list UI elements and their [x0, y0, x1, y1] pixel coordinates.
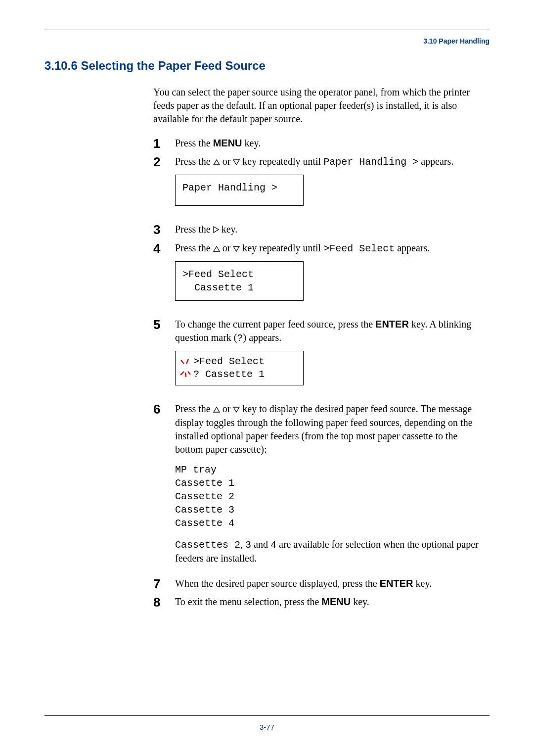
text: key repeatedly until [240, 242, 323, 253]
lcd-display-blinking: >Feed Select ? Cassette 1 [175, 351, 304, 385]
menu-key-label: MENU [213, 138, 242, 148]
lcd-line-2: ? Cassette 1 [193, 368, 265, 381]
text: ) appears. [243, 332, 282, 343]
triangle-down-icon [233, 155, 240, 169]
triangle-up-icon [213, 242, 220, 255]
svg-marker-3 [214, 246, 220, 251]
text: appears. [418, 156, 453, 167]
step-6: 6 Press the or key to display the desire… [153, 402, 485, 572]
svg-marker-2 [214, 227, 219, 233]
text: key. [413, 578, 432, 589]
step-8: 8 To exit the menu selection, press the … [153, 595, 485, 609]
step-number: 2 [153, 155, 175, 168]
svg-marker-4 [233, 246, 239, 251]
lcd-display: Paper Handling > [175, 175, 304, 206]
step-3: 3 Press the key. [153, 223, 485, 236]
triangle-up-icon [213, 403, 220, 416]
step-body: Press the or key to display the desired … [175, 402, 485, 572]
text: Press the [175, 242, 213, 253]
svg-line-7 [180, 372, 184, 375]
step-number: 4 [153, 241, 175, 255]
step-body: To exit the menu selection, press the ME… [175, 595, 485, 609]
display-text: Paper Handling > [323, 156, 418, 168]
svg-marker-11 [233, 407, 239, 412]
text: key repeatedly until [240, 156, 323, 167]
text: key. [219, 224, 238, 235]
header-section-ref: 3.10 Paper Handling [44, 37, 490, 45]
text: or [220, 156, 233, 167]
text: and [251, 539, 270, 550]
svg-line-5 [181, 360, 184, 364]
step-body: To change the current paper feed source,… [175, 318, 485, 397]
feed-source-list: MP tray Cassette 1 Cassette 2 Cassette 3… [175, 463, 485, 530]
text: Press the [175, 156, 213, 167]
step-body: When the desired paper source displayed,… [175, 577, 485, 590]
step-5: 5 To change the current paper feed sourc… [153, 318, 485, 397]
cassette-note-code: Cassettes 2 [175, 539, 240, 551]
intro-paragraph: You can select the paper source using th… [153, 86, 485, 126]
step-number: 5 [153, 318, 175, 331]
step-body: Press the or key repeatedly until >Feed … [175, 241, 485, 313]
step-number: 6 [153, 402, 175, 416]
svg-line-8 [185, 373, 186, 377]
text: , [240, 539, 245, 550]
text: Press the [175, 403, 213, 414]
svg-line-9 [188, 372, 190, 375]
blink-indicator-icon [178, 356, 192, 379]
text: To change the current paper feed source,… [175, 319, 375, 330]
text: When the desired paper source displayed,… [175, 578, 380, 589]
text: Press the [175, 224, 213, 235]
svg-marker-0 [214, 160, 220, 165]
text: To exit the menu selection, press the [175, 596, 321, 607]
step-number: 8 [153, 595, 175, 609]
bottom-rule [44, 715, 490, 716]
text: or [220, 242, 233, 253]
step-2: 2 Press the or key repeatedly until Pape… [153, 155, 485, 218]
text: appears. [395, 242, 430, 253]
text: or [220, 403, 233, 414]
cassette-note-code: 3 [245, 539, 251, 551]
svg-line-6 [186, 359, 188, 364]
enter-key-label: ENTER [375, 319, 409, 330]
display-text: >Feed Select [323, 243, 395, 254]
triangle-down-icon [233, 403, 240, 416]
svg-marker-10 [214, 407, 220, 412]
top-rule [44, 30, 490, 30]
step-number: 7 [153, 577, 175, 590]
enter-key-label: ENTER [380, 578, 413, 589]
step-number: 1 [153, 137, 175, 150]
text: key. [351, 596, 369, 607]
step-body: Press the key. [175, 223, 485, 236]
question-mark: ? [237, 332, 243, 344]
step-7: 7 When the desired paper source displaye… [153, 577, 485, 590]
step-body: Press the or key repeatedly until Paper … [175, 155, 485, 218]
triangle-up-icon [213, 155, 220, 169]
svg-marker-1 [233, 160, 239, 165]
page-number: 3-77 [44, 723, 490, 731]
menu-key-label: MENU [321, 596, 351, 607]
lcd-display: >Feed Select Cassette 1 [175, 261, 304, 301]
section-title: 3.10.6 Selecting the Paper Feed Source [44, 59, 490, 73]
step-4: 4 Press the or key repeatedly until >Fee… [153, 241, 485, 313]
step-1: 1 Press the MENU key. [153, 137, 485, 150]
cassette-note-code: 4 [270, 539, 276, 551]
text: key. [242, 138, 261, 148]
step-body: Press the MENU key. [175, 137, 485, 150]
triangle-right-icon [213, 223, 219, 236]
triangle-down-icon [233, 242, 240, 255]
text: Press the [175, 138, 213, 148]
steps-list: 1 Press the MENU key. 2 Press the or key… [153, 137, 485, 609]
lcd-line-1: >Feed Select [193, 355, 265, 368]
step-number: 3 [153, 223, 175, 236]
